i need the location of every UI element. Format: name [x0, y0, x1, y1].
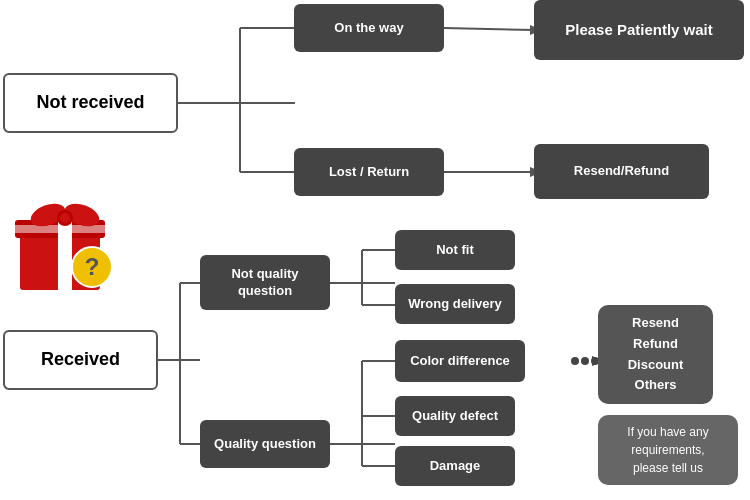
not-quality-node: Not qualityquestion: [200, 255, 330, 310]
damage-node: Damage: [395, 446, 515, 486]
please-wait-node: Please Patiently wait: [534, 0, 744, 60]
svg-point-21: [571, 357, 579, 365]
resend-refund-top-node: Resend/Refund: [534, 144, 709, 199]
svg-point-22: [581, 357, 589, 365]
gift-icon: ?: [10, 185, 120, 295]
quality-defect-node: Quality defect: [395, 396, 515, 436]
svg-line-4: [444, 28, 534, 30]
wrong-delivery-node: Wrong delivery: [395, 284, 515, 324]
svg-point-32: [60, 213, 70, 223]
not-received-node: Not received: [3, 73, 178, 133]
svg-text:?: ?: [85, 253, 100, 280]
not-fit-node: Not fit: [395, 230, 515, 270]
info-bubble: If you have anyrequirements,please tell …: [598, 415, 738, 485]
lost-return-node: Lost / Return: [294, 148, 444, 196]
svg-rect-28: [15, 225, 105, 233]
color-difference-node: Color difference: [395, 340, 525, 382]
quality-question-node: Quality question: [200, 420, 330, 468]
on-the-way-node: On the way: [294, 4, 444, 52]
received-node: Received: [3, 330, 158, 390]
diagram: ? Not received On the way Please Patient…: [0, 0, 750, 500]
resolution-bubble: ResendRefundDiscountOthers: [598, 305, 713, 404]
